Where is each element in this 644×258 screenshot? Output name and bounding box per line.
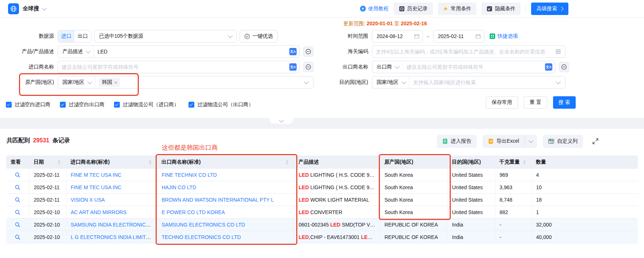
destination-field[interactable]	[409, 79, 557, 85]
checkbox-checked-icon[interactable]	[6, 102, 12, 108]
advanced-search-button[interactable]: 高级搜索	[531, 3, 568, 15]
view-details-button[interactable]	[6, 194, 29, 206]
exclude-icon[interactable]	[303, 46, 313, 57]
origin-type-select[interactable]: 国家/地区	[58, 76, 95, 88]
start-date-input[interactable]	[372, 30, 423, 42]
checkbox-checked-icon[interactable]	[114, 102, 120, 108]
export-options-caret[interactable]	[525, 135, 537, 148]
end-date-field[interactable]	[434, 33, 476, 39]
cell-importer-link[interactable]: FINE M TEC USA INC	[66, 169, 157, 181]
reset-button[interactable]: 重 置	[524, 96, 547, 109]
view-details-button[interactable]	[6, 218, 29, 231]
cell-importer-link[interactable]: L G ELECTRONICS INDIA LIMITED	[66, 231, 157, 243]
quick-options-link[interactable]: 快捷选项	[489, 33, 518, 40]
hs-code-field[interactable]	[372, 49, 555, 55]
checkbox-checked-icon[interactable]	[188, 102, 194, 108]
cell-importer-link-text[interactable]: AC ART AND MIRRORS	[71, 209, 127, 215]
cell-importer-link-text[interactable]: L G ELECTRONICS INDIA LIMITED	[71, 234, 153, 240]
cell-importer-link[interactable]: SAMSUNG INDIA ELECTRONICS P...	[66, 218, 157, 231]
country-tag-korea[interactable]: 韩国 ×	[99, 78, 120, 87]
filter-checkbox-0[interactable]: 过滤空白进口商	[6, 101, 50, 108]
save-favorite-button[interactable]: 保存常用	[486, 96, 518, 109]
exporter-type-select[interactable]: 出口商	[372, 61, 403, 73]
cell-exporter-link[interactable]: E POWER CO LTD KOREA	[157, 206, 294, 218]
count-number: 29531	[33, 137, 49, 143]
import-tab[interactable]: 进口	[58, 30, 75, 42]
product-type-select[interactable]: 产品描述	[58, 46, 94, 57]
customize-columns-button[interactable]: 自定义列	[543, 135, 583, 148]
table-row: 2025-02-10AC ART AND MIRRORSE POWER CO L…	[6, 206, 638, 218]
cell-exporter-link-text[interactable]: TECHNO ELECTRONICS CO LTD	[162, 234, 241, 240]
cell-exporter-link-text[interactable]: SAMSUNG ELECTRONICS CO LTD	[162, 222, 245, 228]
keyword-highlight: LED	[299, 234, 309, 240]
cell-importer-link-text[interactable]: VISION X USA	[71, 197, 105, 203]
sort-toggle[interactable]	[285, 160, 289, 165]
exclude-icon[interactable]	[303, 62, 313, 72]
column-header-2[interactable]: 进口商名称(标准)	[66, 156, 157, 169]
view-details-button[interactable]	[6, 231, 29, 243]
cell-importer-link[interactable]: VISION X USA	[66, 194, 157, 206]
checkbox-checked-icon[interactable]	[60, 102, 66, 108]
enter-report-button[interactable]: 进入报告	[437, 135, 477, 148]
cell-date: 2025-02-10	[29, 206, 66, 218]
sort-toggle[interactable]	[148, 160, 152, 165]
cell-importer-link-text[interactable]: FINE M TEC USA INC	[71, 172, 122, 178]
column-header-7[interactable]: 千克重量	[495, 156, 531, 169]
collapse-panel-tab[interactable]	[270, 118, 293, 124]
cell-exporter-link-text[interactable]: BROWN AND WATSON INTERNATIONAL PTY L	[162, 197, 274, 203]
close-icon[interactable]: ×	[114, 80, 117, 85]
translate-icon[interactable]: 文A	[289, 63, 297, 71]
cell-exporter-link[interactable]: FINE TECHNIX CO LTD	[157, 169, 294, 181]
column-header-1[interactable]: 日期	[29, 156, 66, 169]
cell-origin-country-text: South Korea	[385, 209, 413, 215]
origin-country-row: 原产国(地区) 国家/地区 韩国 ×	[6, 76, 313, 89]
filter-checkbox-1[interactable]: 过滤空白出口商	[60, 101, 104, 108]
sort-toggle[interactable]	[523, 160, 526, 165]
destination-type-select[interactable]: 国家/地区	[372, 76, 409, 88]
tutorial-label: 使用教程	[368, 5, 389, 12]
app-name[interactable]: 全球搜	[23, 5, 39, 12]
cell-quantity: 18	[531, 194, 638, 206]
filter-checkbox-2[interactable]: 过滤物流公司（进口商）	[114, 101, 179, 108]
tutorial-link[interactable]: 使用教程	[360, 5, 389, 12]
cell-exporter-link[interactable]: HAJIN CO LTD	[157, 181, 294, 194]
export-excel-button[interactable]: 导出Excel	[483, 135, 525, 148]
sort-toggle[interactable]	[57, 160, 61, 165]
cell-exporter-link[interactable]: TECHNO ELECTRONICS CO LTD	[157, 231, 294, 243]
importer-field[interactable]	[58, 64, 289, 70]
cell-exporter-link-text[interactable]: FINE TECHNIX CO LTD	[162, 172, 217, 178]
cell-importer-link[interactable]: FINE M TEC USA INC	[66, 181, 157, 194]
view-details-button[interactable]	[6, 206, 29, 218]
topbar-right: 使用教程 历史记录 ★ 常用条件	[360, 3, 644, 15]
cell-exporter-link[interactable]: SAMSUNG ELECTRONICS CO LTD	[157, 218, 294, 231]
cell-exporter-link[interactable]: BROWN AND WATSON INTERNATIONAL PTY L	[157, 194, 294, 206]
exclude-icon[interactable]	[559, 62, 569, 72]
filter-checkbox-3[interactable]: 过滤物流公司（出口商）	[188, 101, 254, 108]
fullscreen-icon[interactable]	[591, 137, 600, 146]
view-details-button[interactable]	[6, 169, 29, 181]
cell-importer-link[interactable]: AC ART AND MIRRORS	[66, 206, 157, 218]
view-details-button[interactable]	[6, 181, 29, 194]
search-button[interactable]: 搜 索	[553, 96, 576, 109]
end-date-input[interactable]	[433, 30, 484, 42]
cell-importer-link-text[interactable]: FINE M TEC USA INC	[71, 184, 122, 190]
exporter-field[interactable]	[403, 64, 545, 70]
translate-icon[interactable]: 文A	[289, 48, 297, 55]
country-tag-label: 韩国	[102, 79, 112, 86]
cell-weight-kg-text: 882	[500, 209, 508, 215]
list-icon[interactable]	[555, 49, 561, 54]
cell-importer-link-text[interactable]: SAMSUNG INDIA ELECTRONICS P...	[71, 222, 157, 228]
favorite-conditions-button[interactable]: ★ 常用条件	[438, 3, 476, 15]
product-keyword-field[interactable]	[94, 49, 289, 55]
history-button[interactable]: 历史记录	[394, 3, 433, 15]
hide-conditions-button[interactable]: 隐藏条件	[481, 3, 521, 15]
translate-icon[interactable]: 文A	[545, 63, 552, 71]
column-header-3[interactable]: 出口商名称(标准)	[157, 156, 294, 169]
export-tab[interactable]: 出口	[75, 30, 91, 42]
cell-exporter-link-text[interactable]: HAJIN CO LTD	[162, 184, 197, 190]
cell-exporter-link-text[interactable]: E POWER CO LTD KOREA	[162, 209, 225, 215]
one-click-select-button[interactable]: 一键优选	[240, 30, 278, 42]
data-source-select[interactable]: 已选中105个数据源	[94, 30, 237, 42]
chevron-down-icon[interactable]	[42, 6, 47, 11]
start-date-field[interactable]	[372, 33, 414, 39]
